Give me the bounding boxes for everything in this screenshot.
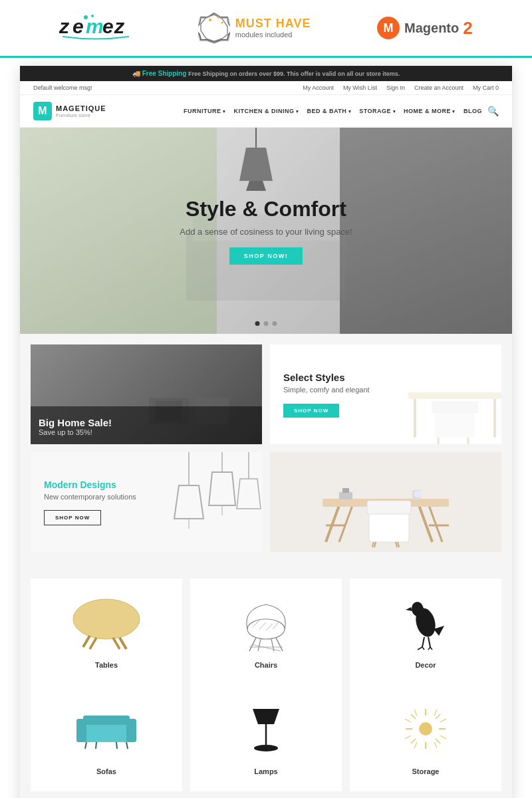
svg-line-85	[85, 742, 86, 749]
nav-bed[interactable]: BED & BATH	[307, 108, 351, 114]
svg-text:z: z	[114, 15, 125, 37]
promo-card-desk	[270, 452, 501, 552]
modern-title: Modern Designs	[44, 479, 249, 490]
svg-point-11	[221, 22, 223, 24]
svg-line-102	[434, 710, 437, 716]
category-sofas[interactable]: Sofas	[31, 685, 182, 791]
svg-marker-73	[406, 607, 412, 611]
svg-line-100	[411, 739, 416, 743]
main-nav: M MAGETIQUE Furniture store FURNITURE KI…	[20, 95, 512, 128]
svg-point-55	[73, 599, 140, 639]
modern-shop-btn[interactable]: SHOP NOW	[44, 510, 101, 525]
svg-marker-8	[198, 14, 230, 43]
category-tables[interactable]: Tables	[31, 579, 182, 685]
svg-line-78	[422, 647, 424, 650]
hero-title: Style & Comfort	[180, 197, 352, 221]
chairs-image	[201, 589, 331, 656]
svg-line-63	[266, 624, 273, 630]
svg-line-65	[249, 638, 256, 651]
svg-point-9	[209, 19, 211, 21]
svg-line-86	[126, 742, 128, 749]
promo-card-styles: Select Styles Simple, comfy and elegant …	[270, 344, 501, 444]
hero-content: Style & Comfort Add a sense of cosiness …	[180, 197, 352, 265]
styles-title: Select Styles	[283, 372, 488, 383]
svg-line-106	[405, 735, 411, 739]
svg-text:e: e	[72, 15, 84, 37]
hero-dots	[255, 321, 277, 326]
svg-line-87	[96, 742, 96, 749]
styles-shop-btn[interactable]: SHOP NOW	[283, 404, 339, 418]
logo-icon: M	[33, 102, 52, 120]
must-have-badge: MUST HAVE modules included	[198, 12, 311, 44]
svg-line-97	[411, 714, 416, 719]
svg-point-5	[84, 15, 88, 19]
svg-line-76	[428, 637, 430, 647]
sign-in-link[interactable]: Sign In	[386, 84, 405, 91]
store-logo: M MAGETIQUE Furniture store	[33, 102, 106, 120]
svg-line-64	[273, 622, 279, 629]
svg-line-101	[414, 710, 417, 716]
svg-line-98	[436, 739, 440, 743]
my-account-link[interactable]: My Account	[303, 84, 334, 91]
svg-text:z: z	[59, 15, 70, 37]
storage-image	[360, 696, 491, 762]
svg-text:e: e	[102, 15, 114, 37]
search-icon[interactable]: 🔍	[487, 106, 499, 116]
svg-line-99	[436, 714, 440, 719]
svg-line-75	[422, 637, 424, 647]
wish-list-link[interactable]: My Wish List	[343, 84, 377, 91]
promo-grid: Big Home Sale! Save up to 35%!	[20, 334, 512, 563]
category-lamps[interactable]: Lamps	[190, 685, 342, 791]
tables-label: Tables	[95, 661, 118, 674]
nav-furniture[interactable]: FURNITURE	[184, 108, 225, 114]
must-have-text: MUST HAVE modules included	[235, 17, 311, 40]
nav-links: FURNITURE KITCHEN & DINING BED & BATH ST…	[184, 108, 482, 114]
logo-sub: Furniture store	[56, 112, 106, 118]
svg-rect-81	[83, 722, 130, 742]
hero-dot-3[interactable]	[273, 321, 277, 326]
chairs-label: Chairs	[255, 661, 277, 674]
category-decor[interactable]: Decor	[350, 579, 501, 685]
logo-name: MAGETIQUE	[56, 104, 106, 112]
hero-dot-2[interactable]	[264, 321, 269, 326]
svg-line-80	[430, 647, 432, 650]
svg-line-39	[339, 505, 352, 542]
nav-blog[interactable]: BLOG	[464, 108, 482, 114]
svg-line-49	[374, 542, 376, 547]
svg-rect-53	[339, 492, 352, 499]
nav-kitchen[interactable]: KITCHEN & DINING	[233, 108, 299, 114]
hero-subtitle: Add a sense of cosiness to your living s…	[180, 227, 352, 237]
branding-bar: z e m e z MUST HAVE	[0, 0, 532, 58]
svg-line-59	[113, 638, 120, 649]
sale-overlay: Big Home Sale! Save up to 35%!	[31, 406, 262, 444]
sale-subtitle: Save up to 35%!	[39, 428, 254, 436]
welcome-msg: Default welcome msg!	[33, 84, 92, 91]
hero-dot-1[interactable]	[255, 321, 260, 326]
nav-home[interactable]: HOME & MORE	[404, 108, 456, 114]
svg-line-108	[434, 742, 437, 748]
create-account-link[interactable]: Create an Account	[414, 84, 464, 91]
svg-rect-46	[367, 501, 411, 514]
svg-marker-18	[246, 181, 266, 191]
promo-card-modern: Modern Designs New contemporary solution…	[31, 452, 262, 552]
store-topnav: Default welcome msg! My Account My Wish …	[20, 81, 512, 95]
svg-marker-90	[253, 709, 279, 724]
category-storage[interactable]: Storage	[350, 685, 501, 791]
svg-point-91	[254, 745, 278, 751]
cart-link[interactable]: My Cart 0	[473, 84, 499, 91]
zemes-logo: z e m e z	[59, 13, 132, 43]
promo-bar: 🚚 Free Shipping Free Shipping on orders …	[20, 66, 512, 81]
svg-line-58	[120, 638, 126, 649]
svg-line-50	[396, 542, 397, 547]
svg-rect-84	[83, 716, 130, 725]
modern-subtitle: New contemporary solutions	[44, 493, 249, 501]
site-preview: 🚚 Free Shipping Free Shipping on orders …	[20, 66, 512, 798]
svg-point-52	[414, 491, 421, 497]
category-chairs[interactable]: Chairs	[190, 579, 342, 685]
svg-point-92	[419, 722, 432, 735]
categories-section: Tables	[20, 563, 512, 685]
hero-shop-btn[interactable]: SHOP NOW!	[229, 247, 303, 265]
svg-line-66	[276, 638, 283, 651]
storage-label: Storage	[412, 767, 440, 781]
nav-storage[interactable]: STORAGE	[359, 108, 396, 114]
